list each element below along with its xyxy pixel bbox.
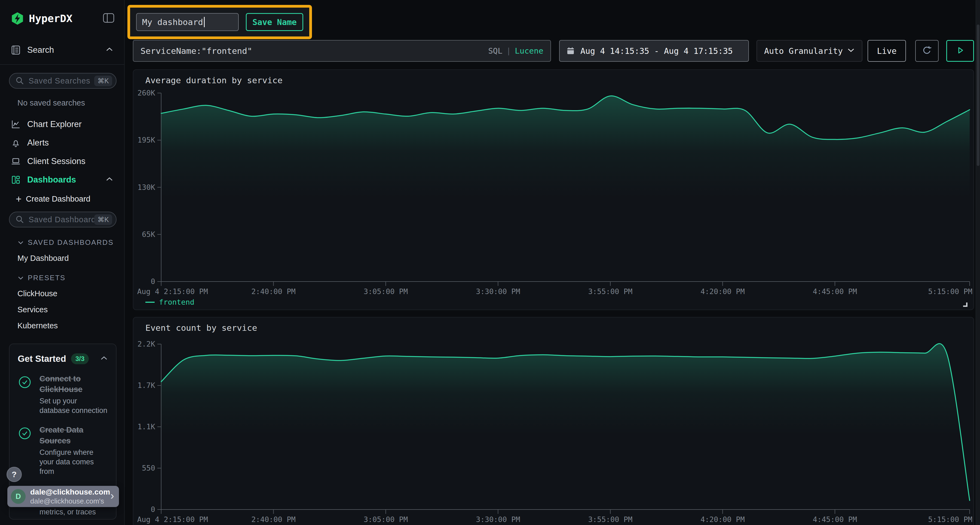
x-tick-label: 4:45:00 PM	[813, 287, 857, 296]
search-section-icon	[11, 45, 22, 55]
legend-swatch	[145, 302, 154, 303]
logo-row: HyperDX	[0, 0, 124, 25]
task-description: Configure where your data comes from	[40, 448, 108, 476]
y-tick-label: 1.7K	[137, 381, 156, 390]
scrollbar-thumb[interactable]	[977, 24, 980, 166]
y-tick-label: 195K	[137, 136, 156, 144]
saved-dashboards-input[interactable]: Saved Dashboards ⌘K	[9, 212, 116, 227]
x-tick-label: 3:30:00 PM	[476, 515, 520, 523]
plus-icon: +	[16, 195, 22, 203]
query-text: ServiceName:"frontend"	[140, 46, 488, 56]
create-dashboard-label: Create Dashboard	[26, 195, 91, 203]
sidebar-item-client-sessions[interactable]: Client Sessions	[0, 154, 124, 168]
search-query-input[interactable]: ServiceName:"frontend" SQL | Lucene	[133, 40, 551, 62]
saved-searches-placeholder: Saved Searches	[29, 76, 94, 86]
sidebar-item-chart-explorer[interactable]: Chart Explorer	[0, 117, 124, 132]
task-description: Set up your database connection	[40, 397, 108, 416]
chart-panel-event-count: Event count by service 05501.1K1.7K2.2KA…	[133, 317, 974, 525]
hyperdx-logo-icon	[11, 12, 24, 25]
x-tick-label: 5:15:00 PM	[928, 287, 972, 296]
text-caret	[204, 17, 205, 27]
legend-series-frontend: frontend	[159, 298, 194, 306]
live-label: Live	[877, 46, 896, 56]
no-saved-searches-text: No saved searches	[0, 98, 124, 108]
x-tick-label: 4:20:00 PM	[700, 287, 745, 296]
chart-legend[interactable]: frontend	[145, 298, 194, 306]
y-tick-label: 260K	[137, 89, 156, 97]
x-tick-label: 5:15:00 PM	[928, 515, 972, 523]
saved-searches-input[interactable]: Saved Searches ⌘K	[9, 73, 116, 89]
x-tick-label: 3:05:00 PM	[364, 287, 408, 296]
preset-item-services[interactable]: Services	[0, 305, 124, 314]
sidebar: HyperDX Search Saved Searches ⌘K No sav	[0, 0, 125, 525]
sidebar-item-alerts[interactable]: Alerts	[0, 136, 124, 150]
x-tick-label: Aug 4 2:15:00 PM	[137, 287, 208, 296]
chevron-down-icon	[18, 241, 24, 245]
sidebar-item-search[interactable]: Search	[0, 43, 124, 57]
date-range-value: Aug 4 14:15:35 - Aug 4 17:15:35	[581, 46, 733, 56]
save-name-button[interactable]: Save Name	[246, 13, 303, 31]
panel-resize-handle-icon[interactable]	[963, 303, 967, 307]
chevron-right-icon: ›	[111, 490, 114, 503]
chevron-up-icon[interactable]	[106, 177, 113, 183]
saved-dashboard-item[interactable]: My Dashboard	[0, 254, 124, 263]
dashboard-name-input[interactable]: My dashboard	[136, 13, 239, 31]
section-label: SAVED DASHBOARDS	[28, 238, 113, 247]
task-title: Connect to ClickHouse	[40, 373, 108, 395]
line-chart-event-count: 05501.1K1.7K2.2KAug 4 2:15:00 PM2:40:00 …	[134, 317, 975, 525]
section-saved-dashboards[interactable]: SAVED DASHBOARDS	[0, 238, 124, 247]
shortcut-badge: ⌘K	[94, 76, 112, 86]
y-tick-label: 0	[151, 505, 155, 514]
run-query-button[interactable]	[946, 40, 974, 62]
get-started-title: Get Started	[18, 354, 66, 364]
chevron-down-icon	[847, 48, 855, 54]
saved-dashboards-placeholder: Saved Dashboards	[29, 215, 94, 224]
sidebar-item-label: Search	[27, 45, 106, 55]
series-area-frontend	[161, 96, 970, 282]
get-started-item[interactable]: Create Data Sources Configure where your…	[18, 425, 108, 476]
y-tick-label: 1.1K	[137, 422, 156, 431]
get-started-item[interactable]: Connect to ClickHouse Set up your databa…	[18, 373, 108, 416]
sidebar-item-label: Chart Explorer	[27, 119, 113, 129]
app-title: HyperDX	[29, 13, 103, 24]
section-label: PRESETS	[28, 274, 65, 282]
magnifier-icon	[16, 76, 24, 85]
x-tick-label: 3:55:00 PM	[588, 515, 633, 523]
help-button[interactable]: ?	[6, 467, 22, 482]
y-tick-label: 2.2K	[137, 340, 156, 348]
granularity-value: Auto Granularity	[764, 46, 847, 56]
granularity-select[interactable]: Auto Granularity	[757, 40, 862, 62]
laptop-icon	[11, 156, 22, 166]
y-tick-label: 0	[151, 277, 155, 285]
lucene-mode-toggle[interactable]: Lucene	[515, 46, 543, 56]
y-tick-label: 130K	[137, 183, 156, 192]
sidebar-collapse-icon[interactable]	[103, 13, 115, 24]
dashboards-grid-icon	[11, 175, 22, 185]
section-presets[interactable]: PRESETS	[0, 274, 124, 282]
refresh-icon	[921, 45, 932, 57]
main-content: My dashboard Save Name ServiceName:"fron…	[125, 0, 980, 525]
sidebar-item-label: Client Sessions	[27, 156, 113, 166]
avatar: D	[11, 489, 25, 504]
check-circle-icon	[18, 373, 33, 416]
account-card[interactable]: D dale@clickhouse.com dale@clickhouse.co…	[7, 486, 119, 507]
page-scrollbar[interactable]	[976, 0, 980, 525]
line-chart-avg-duration: 065K130K195K260KAug 4 2:15:00 PM2:40:00 …	[134, 70, 975, 311]
y-tick-label: 65K	[142, 230, 156, 239]
sql-mode-toggle[interactable]: SQL	[488, 46, 502, 56]
chevron-up-icon[interactable]	[106, 47, 113, 53]
preset-item-kubernetes[interactable]: Kubernetes	[0, 321, 124, 330]
x-tick-label: 3:05:00 PM	[364, 515, 408, 523]
refresh-button[interactable]	[915, 40, 939, 62]
check-circle-icon	[18, 425, 33, 476]
sidebar-item-dashboards[interactable]: Dashboards	[0, 173, 124, 187]
chart-explorer-icon	[11, 119, 22, 129]
y-tick-label: 550	[142, 464, 155, 472]
get-started-progress-badge: 3/3	[71, 353, 89, 364]
date-range-picker[interactable]: Aug 4 14:15:35 - Aug 4 17:15:35	[559, 40, 749, 62]
preset-item-clickhouse[interactable]: ClickHouse	[0, 289, 124, 298]
create-dashboard-button[interactable]: + Create Dashboard	[0, 195, 124, 203]
live-button[interactable]: Live	[867, 40, 906, 62]
account-subtitle: dale@clickhouse.com's	[30, 497, 111, 505]
chevron-up-icon[interactable]	[100, 356, 108, 362]
